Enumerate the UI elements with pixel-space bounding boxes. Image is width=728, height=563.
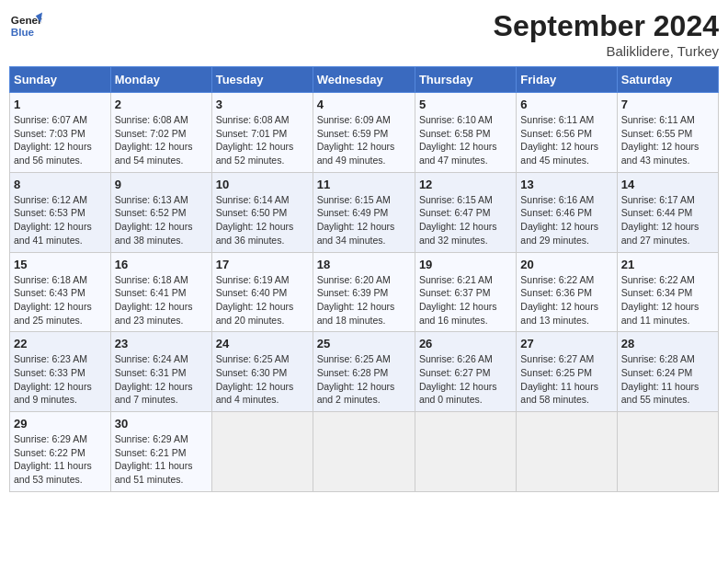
- calendar-day-cell: 22Sunrise: 6:23 AM Sunset: 6:33 PM Dayli…: [10, 332, 111, 412]
- day-number: 24: [216, 337, 309, 350]
- calendar-day-cell: 17Sunrise: 6:19 AM Sunset: 6:40 PM Dayli…: [211, 252, 313, 332]
- day-number: 18: [317, 258, 411, 271]
- calendar-day-cell: 8Sunrise: 6:12 AM Sunset: 6:53 PM Daylig…: [10, 172, 111, 252]
- calendar-day-cell: [415, 412, 516, 492]
- day-number: 30: [115, 417, 208, 431]
- day-detail: Sunrise: 6:09 AM Sunset: 6:59 PM Dayligh…: [317, 113, 411, 167]
- weekday-header-saturday: Saturday: [617, 67, 718, 93]
- svg-text:Blue: Blue: [11, 26, 35, 38]
- weekday-header-wednesday: Wednesday: [313, 67, 415, 93]
- calendar-week-row: 29Sunrise: 6:29 AM Sunset: 6:22 PM Dayli…: [10, 412, 719, 492]
- day-number: 22: [14, 337, 107, 350]
- calendar-day-cell: 16Sunrise: 6:18 AM Sunset: 6:41 PM Dayli…: [110, 252, 211, 332]
- weekday-header-friday: Friday: [517, 67, 617, 93]
- calendar-day-cell: [617, 412, 718, 492]
- page-header: General Blue September 2024 Baliklidere,…: [9, 9, 719, 59]
- day-detail: Sunrise: 6:23 AM Sunset: 6:33 PM Dayligh…: [14, 352, 107, 407]
- month-title: September 2024: [494, 9, 719, 43]
- calendar-day-cell: 28Sunrise: 6:28 AM Sunset: 6:24 PM Dayli…: [617, 332, 718, 412]
- calendar-day-cell: [211, 412, 313, 492]
- calendar-day-cell: 7Sunrise: 6:11 AM Sunset: 6:55 PM Daylig…: [617, 93, 718, 173]
- calendar-day-cell: 23Sunrise: 6:24 AM Sunset: 6:31 PM Dayli…: [110, 332, 211, 412]
- calendar-day-cell: 2Sunrise: 6:08 AM Sunset: 7:02 PM Daylig…: [110, 93, 211, 173]
- day-number: 13: [520, 178, 612, 191]
- weekday-header-monday: Monday: [110, 67, 211, 93]
- day-number: 25: [317, 337, 411, 350]
- day-detail: Sunrise: 6:11 AM Sunset: 6:56 PM Dayligh…: [520, 113, 612, 167]
- day-number: 1: [14, 98, 107, 111]
- day-detail: Sunrise: 6:08 AM Sunset: 7:01 PM Dayligh…: [216, 113, 309, 167]
- calendar-day-cell: 18Sunrise: 6:20 AM Sunset: 6:39 PM Dayli…: [313, 252, 415, 332]
- calendar-week-row: 22Sunrise: 6:23 AM Sunset: 6:33 PM Dayli…: [10, 332, 719, 412]
- calendar-day-cell: 12Sunrise: 6:15 AM Sunset: 6:47 PM Dayli…: [415, 172, 516, 252]
- day-detail: Sunrise: 6:28 AM Sunset: 6:24 PM Dayligh…: [621, 352, 714, 407]
- day-number: 11: [317, 178, 411, 191]
- day-number: 5: [419, 98, 512, 111]
- day-number: 14: [621, 178, 714, 191]
- day-number: 19: [419, 258, 512, 271]
- day-detail: Sunrise: 6:24 AM Sunset: 6:31 PM Dayligh…: [115, 352, 208, 407]
- day-detail: Sunrise: 6:13 AM Sunset: 6:52 PM Dayligh…: [115, 193, 208, 247]
- calendar-day-cell: 3Sunrise: 6:08 AM Sunset: 7:01 PM Daylig…: [211, 93, 313, 173]
- day-detail: Sunrise: 6:18 AM Sunset: 6:43 PM Dayligh…: [14, 273, 107, 327]
- calendar-day-cell: 1Sunrise: 6:07 AM Sunset: 7:03 PM Daylig…: [10, 93, 111, 173]
- day-detail: Sunrise: 6:27 AM Sunset: 6:25 PM Dayligh…: [520, 352, 612, 407]
- calendar-day-cell: 19Sunrise: 6:21 AM Sunset: 6:37 PM Dayli…: [415, 252, 516, 332]
- day-detail: Sunrise: 6:15 AM Sunset: 6:47 PM Dayligh…: [419, 193, 512, 247]
- day-detail: Sunrise: 6:14 AM Sunset: 6:50 PM Dayligh…: [216, 193, 309, 247]
- calendar-day-cell: 30Sunrise: 6:29 AM Sunset: 6:21 PM Dayli…: [110, 412, 211, 492]
- day-number: 26: [419, 337, 512, 350]
- day-number: 28: [621, 337, 714, 350]
- day-number: 21: [621, 258, 714, 271]
- day-number: 12: [419, 178, 512, 191]
- calendar-week-row: 8Sunrise: 6:12 AM Sunset: 6:53 PM Daylig…: [10, 172, 719, 252]
- calendar-day-cell: 14Sunrise: 6:17 AM Sunset: 6:44 PM Dayli…: [617, 172, 718, 252]
- day-detail: Sunrise: 6:29 AM Sunset: 6:22 PM Dayligh…: [14, 432, 107, 487]
- day-detail: Sunrise: 6:21 AM Sunset: 6:37 PM Dayligh…: [419, 273, 512, 327]
- day-detail: Sunrise: 6:22 AM Sunset: 6:34 PM Dayligh…: [621, 273, 714, 327]
- weekday-header-sunday: Sunday: [10, 67, 111, 93]
- calendar-day-cell: 20Sunrise: 6:22 AM Sunset: 6:36 PM Dayli…: [517, 252, 617, 332]
- calendar-day-cell: 24Sunrise: 6:25 AM Sunset: 6:30 PM Dayli…: [211, 332, 313, 412]
- day-detail: Sunrise: 6:19 AM Sunset: 6:40 PM Dayligh…: [216, 273, 309, 327]
- day-detail: Sunrise: 6:12 AM Sunset: 6:53 PM Dayligh…: [14, 193, 107, 247]
- weekday-header-row: SundayMondayTuesdayWednesdayThursdayFrid…: [10, 67, 719, 93]
- calendar-day-cell: 21Sunrise: 6:22 AM Sunset: 6:34 PM Dayli…: [617, 252, 718, 332]
- calendar-week-row: 1Sunrise: 6:07 AM Sunset: 7:03 PM Daylig…: [10, 93, 719, 173]
- calendar-table: SundayMondayTuesdayWednesdayThursdayFrid…: [9, 66, 719, 492]
- day-detail: Sunrise: 6:11 AM Sunset: 6:55 PM Dayligh…: [621, 113, 714, 167]
- day-number: 6: [520, 98, 612, 111]
- day-number: 23: [115, 337, 208, 350]
- day-number: 2: [115, 98, 208, 111]
- day-number: 20: [520, 258, 612, 271]
- day-number: 15: [14, 258, 107, 271]
- calendar-day-cell: [313, 412, 415, 492]
- day-detail: Sunrise: 6:10 AM Sunset: 6:58 PM Dayligh…: [419, 113, 512, 167]
- weekday-header-thursday: Thursday: [415, 67, 516, 93]
- calendar-week-row: 15Sunrise: 6:18 AM Sunset: 6:43 PM Dayli…: [10, 252, 719, 332]
- day-detail: Sunrise: 6:29 AM Sunset: 6:21 PM Dayligh…: [115, 432, 208, 487]
- day-detail: Sunrise: 6:08 AM Sunset: 7:02 PM Dayligh…: [115, 113, 208, 167]
- day-detail: Sunrise: 6:26 AM Sunset: 6:27 PM Dayligh…: [419, 352, 512, 407]
- day-detail: Sunrise: 6:17 AM Sunset: 6:44 PM Dayligh…: [621, 193, 714, 247]
- logo-icon: General Blue: [9, 9, 42, 42]
- day-number: 10: [216, 178, 309, 191]
- calendar-day-cell: 5Sunrise: 6:10 AM Sunset: 6:58 PM Daylig…: [415, 93, 516, 173]
- day-number: 9: [115, 178, 208, 191]
- day-detail: Sunrise: 6:22 AM Sunset: 6:36 PM Dayligh…: [520, 273, 612, 327]
- calendar-day-cell: 27Sunrise: 6:27 AM Sunset: 6:25 PM Dayli…: [517, 332, 617, 412]
- day-detail: Sunrise: 6:16 AM Sunset: 6:46 PM Dayligh…: [520, 193, 612, 247]
- weekday-header-tuesday: Tuesday: [211, 67, 313, 93]
- calendar-day-cell: 13Sunrise: 6:16 AM Sunset: 6:46 PM Dayli…: [517, 172, 617, 252]
- calendar-day-cell: 25Sunrise: 6:25 AM Sunset: 6:28 PM Dayli…: [313, 332, 415, 412]
- title-block: September 2024 Baliklidere, Turkey: [494, 9, 719, 59]
- day-number: 8: [14, 178, 107, 191]
- calendar-day-cell: 6Sunrise: 6:11 AM Sunset: 6:56 PM Daylig…: [517, 93, 617, 173]
- day-detail: Sunrise: 6:25 AM Sunset: 6:30 PM Dayligh…: [216, 352, 309, 407]
- day-number: 4: [317, 98, 411, 111]
- day-number: 27: [520, 337, 612, 350]
- calendar-day-cell: 11Sunrise: 6:15 AM Sunset: 6:49 PM Dayli…: [313, 172, 415, 252]
- calendar-day-cell: 4Sunrise: 6:09 AM Sunset: 6:59 PM Daylig…: [313, 93, 415, 173]
- calendar-day-cell: 9Sunrise: 6:13 AM Sunset: 6:52 PM Daylig…: [110, 172, 211, 252]
- day-detail: Sunrise: 6:20 AM Sunset: 6:39 PM Dayligh…: [317, 273, 411, 327]
